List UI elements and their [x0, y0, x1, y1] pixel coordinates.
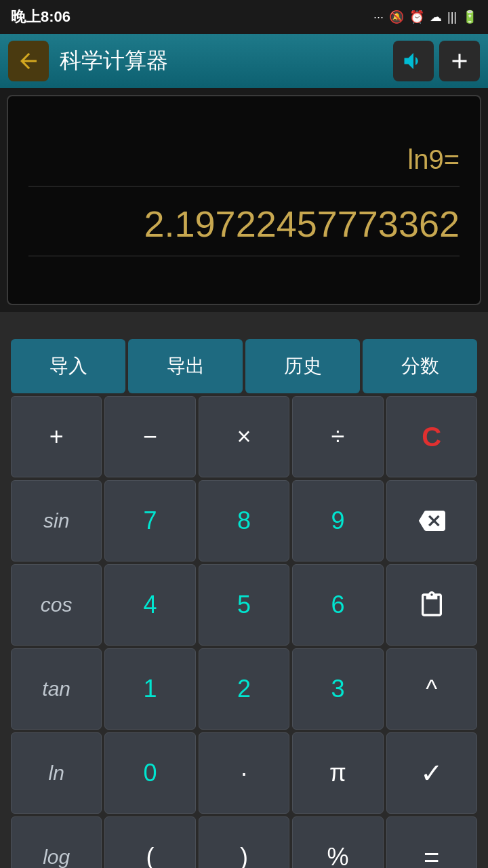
btn-one[interactable]: 1 [104, 648, 195, 730]
status-time: 晚上8:06 [11, 7, 70, 27]
add-button[interactable] [439, 41, 480, 81]
btn-eight[interactable]: 8 [199, 480, 289, 561]
alarm-icon: ⏰ [409, 9, 424, 24]
mute-icon: 🔕 [389, 9, 404, 24]
btn-rparen[interactable]: ) [199, 816, 289, 868]
btn-clear[interactable]: C [386, 396, 477, 477]
btn-backspace[interactable] [386, 480, 477, 561]
btn-zero[interactable]: 0 [104, 732, 195, 814]
top-btn-import[interactable]: 导入 [11, 339, 125, 393]
btn-five[interactable]: 5 [199, 564, 289, 646]
btn-minus[interactable]: − [104, 396, 195, 477]
btn-three[interactable]: 3 [292, 648, 383, 730]
btn-equals[interactable]: = [386, 816, 477, 868]
btn-ln[interactable]: ln [11, 732, 102, 814]
spacer [0, 312, 488, 339]
top-row: 导入导出历史分数 [11, 339, 477, 393]
btn-cos[interactable]: cos [11, 564, 102, 646]
network-icon: ||| [447, 10, 457, 24]
back-button[interactable] [8, 41, 49, 81]
calc-grid: +−×÷Csin789cos456tan123^ln0·π✓log()%= [11, 396, 477, 868]
top-btn-fraction[interactable]: 分数 [363, 339, 477, 393]
volume-icon [401, 49, 426, 73]
paste-icon [418, 591, 445, 618]
top-btn-export[interactable]: 导出 [128, 339, 243, 393]
battery-icon: 🔋 [462, 9, 477, 24]
btn-seven[interactable]: 7 [104, 480, 195, 561]
btn-sin[interactable]: sin [11, 480, 102, 561]
btn-four[interactable]: 4 [104, 564, 195, 646]
btn-dot[interactable]: · [199, 732, 289, 814]
btn-paste[interactable] [386, 564, 477, 646]
app-title: 科学计算器 [60, 46, 388, 76]
wifi-icon: ☁ [430, 9, 442, 24]
btn-log[interactable]: log [11, 816, 102, 868]
btn-nine[interactable]: 9 [292, 480, 383, 561]
add-icon [447, 49, 472, 73]
backspace-icon [418, 507, 445, 534]
btn-two[interactable]: 2 [199, 648, 289, 730]
back-arrow-icon [16, 49, 41, 73]
btn-pi[interactable]: π [292, 732, 383, 814]
status-icons: ··· 🔕 ⏰ ☁ ||| 🔋 [373, 9, 477, 24]
display-inner: ln9= 2.19722457773362 [7, 95, 481, 305]
status-bar: 晚上8:06 ··· 🔕 ⏰ ☁ ||| 🔋 [0, 0, 488, 34]
expression-display: ln9= [28, 144, 460, 186]
btn-divide[interactable]: ÷ [292, 396, 383, 477]
btn-power[interactable]: ^ [386, 648, 477, 730]
title-bar: 科学计算器 [0, 34, 488, 88]
keyboard: 导入导出历史分数 +−×÷Csin789cos456tan123^ln0·π✓l… [0, 339, 488, 868]
btn-confirm[interactable]: ✓ [386, 732, 477, 814]
btn-percent[interactable]: % [292, 816, 383, 868]
btn-tan[interactable]: tan [11, 648, 102, 730]
signal-dots-icon: ··· [373, 10, 384, 24]
volume-button[interactable] [393, 41, 434, 81]
btn-plus[interactable]: + [11, 396, 102, 477]
result-display: 2.19722457773362 [28, 197, 460, 256]
top-btn-history[interactable]: 历史 [245, 339, 360, 393]
btn-multiply[interactable]: × [199, 396, 289, 477]
btn-lparen[interactable]: ( [104, 816, 195, 868]
display-area: ln9= 2.19722457773362 [0, 88, 488, 312]
btn-six[interactable]: 6 [292, 564, 383, 646]
